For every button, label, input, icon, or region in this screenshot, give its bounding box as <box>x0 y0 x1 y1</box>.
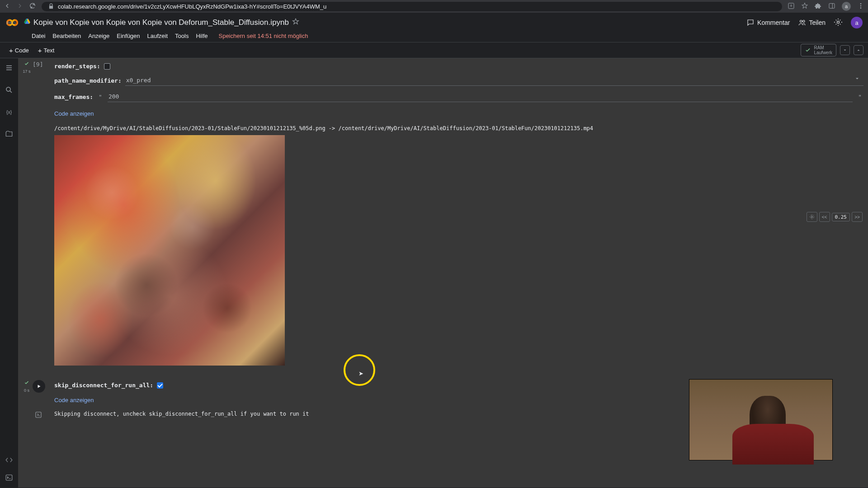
executed-check-icon <box>24 380 29 387</box>
output-settings-button[interactable] <box>807 212 817 222</box>
output-controls: << 0.25 >> <box>807 212 863 222</box>
execution-time: 0 s <box>24 388 29 393</box>
collapse-button[interactable] <box>854 45 863 55</box>
toolbar: +Code +Text RAMLaufwerk <box>0 42 868 58</box>
star-icon[interactable] <box>801 2 808 11</box>
colab-header: Kopie von Kopie von Kopie von Kopie von … <box>0 13 868 33</box>
svg-point-14 <box>811 216 813 218</box>
svg-point-8 <box>800 20 802 23</box>
browser-menu-icon[interactable] <box>857 2 864 11</box>
svg-point-9 <box>803 20 805 23</box>
share-button[interactable]: Teilen <box>798 19 826 27</box>
output-gutter <box>23 411 54 419</box>
settings-icon[interactable] <box>834 18 843 28</box>
menu-bar: Datei Bearbeiten Anzeige Einfügen Laufze… <box>0 33 868 42</box>
menu-tools[interactable]: Tools <box>175 33 189 39</box>
executed-check-icon <box>24 61 29 68</box>
menu-help[interactable]: Hilfe <box>196 33 208 39</box>
menu-edit[interactable]: Bearbeiten <box>52 33 81 39</box>
add-code-button[interactable]: +Code <box>5 45 33 56</box>
variables-icon[interactable]: {x} <box>5 108 13 117</box>
max-frames-label: max_frames: <box>54 94 93 100</box>
url-bar[interactable]: colab.research.google.com/drive/1v2czLyX… <box>42 2 782 11</box>
zoom-out-button[interactable]: << <box>819 212 830 222</box>
terminal-icon[interactable] <box>5 474 13 483</box>
execution-time: 17 s <box>23 69 30 74</box>
forward-icon[interactable] <box>16 2 24 11</box>
install-icon[interactable] <box>788 2 795 11</box>
files-icon[interactable] <box>5 130 13 140</box>
url-text: colab.research.google.com/drive/1v2czLyX… <box>58 3 326 10</box>
path-name-modifier-label: path_name_modifier: <box>54 77 122 84</box>
back-icon[interactable] <box>4 2 11 11</box>
user-avatar[interactable]: a <box>851 17 863 28</box>
cursor-icon: ➤ <box>359 370 363 377</box>
search-icon[interactable] <box>5 86 13 95</box>
svg-point-11 <box>6 87 10 91</box>
zoom-in-button[interactable]: >> <box>852 212 863 222</box>
lock-icon <box>48 3 54 9</box>
max-frames-input[interactable]: 200 <box>108 91 853 102</box>
render-steps-label: render_steps: <box>54 63 100 70</box>
code-cell-1: 17 s [9] render_steps: path_name_modifie… <box>18 58 868 367</box>
show-code-link[interactable]: Code anzeigen <box>54 105 863 121</box>
chevron-down-icon <box>854 76 860 83</box>
output-indicator-icon <box>34 411 42 419</box>
menu-runtime[interactable]: Laufzeit <box>147 33 168 39</box>
people-icon <box>798 19 806 27</box>
run-cell-button[interactable] <box>33 380 45 393</box>
document-title[interactable]: Kopie von Kopie von Kopie von Kopie von … <box>33 18 289 27</box>
svg-text:{x}: {x} <box>6 109 12 115</box>
svg-rect-13 <box>6 475 12 480</box>
star-icon[interactable] <box>292 18 300 28</box>
output-image <box>54 135 285 366</box>
code-snippets-icon[interactable] <box>5 456 13 465</box>
svg-rect-1 <box>829 3 835 8</box>
comment-icon <box>746 19 755 27</box>
svg-point-3 <box>860 3 862 5</box>
menu-view[interactable]: Anzeige <box>88 33 109 39</box>
skip-disconnect-checkbox[interactable] <box>157 382 163 389</box>
svg-point-10 <box>837 21 840 23</box>
panel-icon[interactable] <box>828 2 835 11</box>
menu-insert[interactable]: Einfügen <box>117 33 140 39</box>
add-text-button[interactable]: +Text <box>33 45 59 56</box>
menu-file[interactable]: Datei <box>32 33 45 39</box>
webcam-overlay <box>689 379 833 460</box>
svg-point-5 <box>860 7 862 9</box>
browser-bar: colab.research.google.com/drive/1v2czLyX… <box>0 0 868 13</box>
output-path-text: /content/drive/MyDrive/AI/StableDiffusio… <box>54 121 863 133</box>
runtime-status[interactable]: RAMLaufwerk <box>801 44 836 56</box>
runtime-options-button[interactable] <box>840 45 850 55</box>
render-steps-checkbox[interactable] <box>104 63 110 70</box>
extensions-icon[interactable] <box>815 2 822 11</box>
save-warning: Speichern seit 14:51 nicht möglich <box>218 33 308 39</box>
path-name-modifier-select[interactable]: x0_pred <box>125 75 863 86</box>
zoom-value: 0.25 <box>832 213 850 221</box>
execution-count: [9] <box>33 61 43 68</box>
svg-point-4 <box>860 5 862 6</box>
check-icon <box>805 47 811 53</box>
notebook-area[interactable]: 17 s [9] render_steps: path_name_modifie… <box>18 58 868 488</box>
left-sidebar: {x} <box>0 58 18 488</box>
skip-disconnect-label: skip_disconnect_for_run_all: <box>54 382 153 389</box>
drive-icon <box>24 18 31 28</box>
comment-button[interactable]: Kommentar <box>746 19 790 27</box>
toc-icon[interactable] <box>5 64 13 73</box>
reload-icon[interactable] <box>29 2 36 11</box>
browser-profile[interactable]: a <box>842 2 851 11</box>
pro-badge: PRO <box>6 21 16 25</box>
